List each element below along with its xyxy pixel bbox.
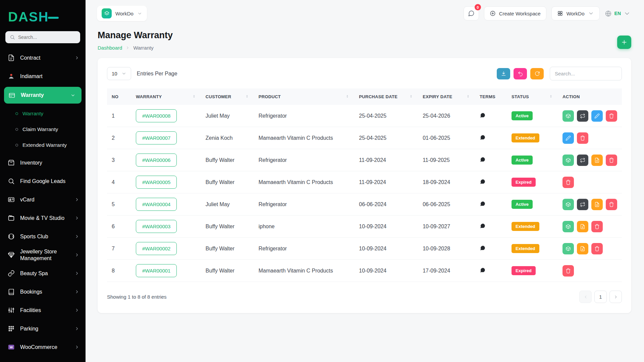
- terms-comment-icon[interactable]: [480, 112, 486, 118]
- sidebar-subitem-extended-warranty[interactable]: Extended Warranty: [0, 137, 86, 153]
- sidebar-item-bookings[interactable]: Bookings: [0, 283, 86, 301]
- sidebar-item-beauty-spa[interactable]: Beauty Spa: [0, 264, 86, 283]
- chevron-right-icon: [125, 46, 130, 50]
- sidebar-item-indiamart[interactable]: Indiamart: [0, 67, 86, 85]
- chevron-right-icon: [74, 216, 79, 221]
- warranty-number-badge[interactable]: #WAR00004: [136, 198, 177, 211]
- add-warranty-button[interactable]: [617, 36, 631, 49]
- warranty-number-badge[interactable]: #WAR00001: [136, 264, 177, 277]
- sidebar-search[interactable]: [5, 31, 80, 43]
- delete-action-button[interactable]: [591, 221, 603, 232]
- package-action-button[interactable]: [562, 155, 574, 166]
- package-action-button[interactable]: [562, 243, 574, 254]
- pagination-page-button[interactable]: 1: [594, 291, 607, 303]
- invoice-action-button[interactable]: [591, 155, 603, 166]
- terms-comment-icon[interactable]: [480, 157, 486, 163]
- table-row: 6#WAR00003Buffy Walteriphone10-09-202410…: [107, 216, 622, 238]
- terms-comment-icon[interactable]: [480, 201, 486, 207]
- action-buttons: [562, 155, 617, 166]
- entries-per-page-label: Entries Per Page: [137, 71, 177, 77]
- edit-action-button[interactable]: [562, 132, 574, 144]
- workspace-dropdown[interactable]: WorkDo: [551, 6, 600, 20]
- sidebar-subitem-warranty[interactable]: Warranty: [0, 106, 86, 121]
- invoice-action-button[interactable]: [591, 199, 603, 210]
- edit-action-button[interactable]: [591, 110, 603, 122]
- sidebar-subitem-claim-warranty[interactable]: Claim Warranty: [0, 121, 86, 137]
- column-header-status[interactable]: STATUS: [507, 88, 558, 105]
- terms-comment-icon[interactable]: [480, 245, 486, 251]
- breadcrumb-dashboard-link[interactable]: Dashboard: [98, 45, 122, 51]
- sidebar-subitem-label: Warranty: [22, 111, 43, 117]
- warranty-number-badge[interactable]: #WAR00006: [136, 154, 177, 167]
- sidebar-item-label: Indiamart: [20, 73, 79, 80]
- terms-comment-icon[interactable]: [480, 223, 486, 229]
- sidebar-item-label: Facilities: [20, 307, 69, 314]
- package-action-button[interactable]: [562, 199, 574, 210]
- sort-icon: [245, 94, 249, 99]
- cell-customer: Juliet May: [201, 105, 254, 127]
- warranty-number-badge[interactable]: #WAR00005: [136, 176, 177, 189]
- renew-action-button[interactable]: [577, 199, 588, 210]
- terms-comment-icon[interactable]: [480, 267, 486, 273]
- topbar-right: 0 Create Workspace WorkDo EN: [464, 6, 631, 20]
- chevron-right-icon: [74, 289, 79, 294]
- delete-action-button[interactable]: [606, 110, 617, 122]
- column-header-expiry-date[interactable]: EXPIRY DATE: [418, 88, 475, 105]
- chevron-right-icon: [74, 197, 79, 202]
- workspace-switcher[interactable]: WorkDo: [97, 6, 147, 21]
- delete-action-button[interactable]: [606, 199, 617, 210]
- invoice-action-button[interactable]: [577, 221, 588, 232]
- sidebar-item-sports-club[interactable]: Sports Club: [0, 227, 86, 246]
- status-badge: Active: [512, 200, 533, 209]
- undo-button[interactable]: [514, 68, 527, 79]
- column-header-purchase-date[interactable]: PURCHASE DATE: [354, 88, 418, 105]
- export-button[interactable]: [497, 68, 510, 79]
- pagination-next-button[interactable]: [609, 291, 622, 303]
- status-badge: Extended: [512, 244, 539, 253]
- create-workspace-button[interactable]: Create Workspace: [484, 6, 546, 20]
- warranty-number-badge[interactable]: #WAR00003: [136, 220, 177, 233]
- sidebar-item-label: Parking: [20, 325, 69, 332]
- sidebar-item-warranty[interactable]: Warranty: [4, 87, 82, 104]
- sidebar-item-woocommerce[interactable]: WWooCommerce: [0, 338, 86, 356]
- terms-comment-icon[interactable]: [480, 134, 486, 140]
- entries-per-page-select[interactable]: 10: [107, 67, 131, 80]
- messages-button[interactable]: 0: [464, 6, 479, 20]
- delete-action-button[interactable]: [591, 243, 603, 254]
- sidebar-item-facilities[interactable]: Facilities: [0, 301, 86, 319]
- delete-action-button[interactable]: [577, 132, 588, 144]
- cell-customer: Buffy Walter: [201, 149, 254, 171]
- column-header-terms: TERMS: [475, 88, 507, 105]
- column-label: STATUS: [512, 94, 529, 99]
- warranty-number-badge[interactable]: #WAR00002: [136, 242, 177, 255]
- warranty-number-badge[interactable]: #WAR00007: [136, 131, 177, 144]
- sidebar-item-parking[interactable]: Parking: [0, 319, 86, 338]
- column-header-customer[interactable]: CUSTOMER: [201, 88, 254, 105]
- renew-action-button[interactable]: [577, 155, 588, 166]
- column-header-warranty[interactable]: WARRANTY: [131, 88, 201, 105]
- movie-icon: [8, 215, 15, 222]
- column-header-product[interactable]: PRODUCT: [254, 88, 355, 105]
- sidebar-item-movie-tv-studio[interactable]: Movie & TV Studio: [0, 209, 86, 227]
- refresh-button[interactable]: [530, 68, 544, 79]
- delete-action-button[interactable]: [562, 265, 574, 277]
- cell-purchase-date: 10-09-2024: [354, 216, 418, 238]
- sidebar-item-find-google-leads[interactable]: Find Google Leads: [0, 172, 86, 190]
- renew-action-button[interactable]: [577, 110, 588, 122]
- language-selector[interactable]: EN: [605, 10, 631, 17]
- package-action-button[interactable]: [562, 221, 574, 232]
- sidebar-item-vcard[interactable]: vCard: [0, 190, 86, 209]
- warranty-number-badge[interactable]: #WAR00008: [136, 109, 177, 122]
- cell-purchase-date: 11-09-2024: [354, 149, 418, 171]
- sidebar-item-inventory[interactable]: Inventory: [0, 154, 86, 172]
- sidebar-item-contract[interactable]: Contract: [0, 49, 86, 67]
- package-action-button[interactable]: [562, 110, 574, 122]
- delete-action-button[interactable]: [606, 155, 617, 166]
- sidebar-search-input[interactable]: [18, 35, 76, 40]
- invoice-action-button[interactable]: [577, 243, 588, 254]
- terms-comment-icon[interactable]: [480, 179, 486, 185]
- delete-action-button[interactable]: [562, 177, 574, 188]
- table-search-input[interactable]: [550, 67, 622, 80]
- sidebar-item-jewellery-store-management[interactable]: Jewellery Store Management: [0, 246, 86, 264]
- pagination-prev-button[interactable]: [579, 291, 592, 303]
